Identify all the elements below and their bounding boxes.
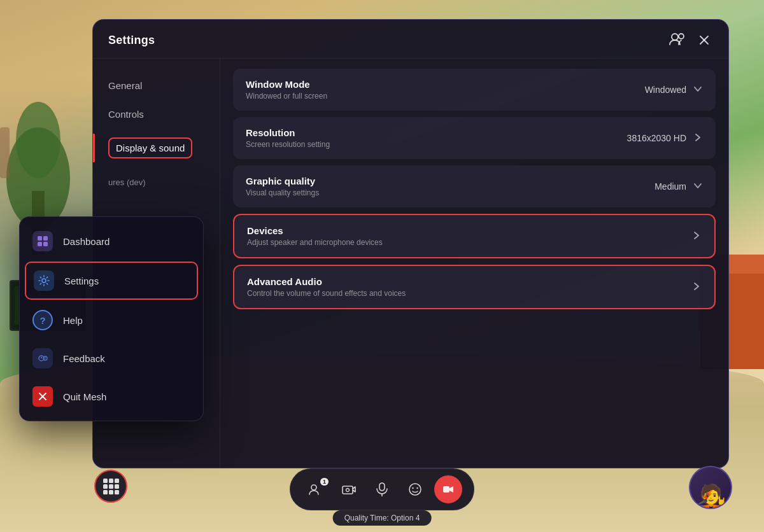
header-actions (668, 31, 713, 49)
toolbar-camera-button[interactable] (335, 475, 363, 503)
settings-icon (34, 270, 54, 291)
toolbar-users-button[interactable]: 1 (302, 475, 330, 503)
settings-header: Settings (93, 20, 728, 59)
svg-rect-3 (0, 127, 10, 178)
setting-row-window-mode[interactable]: Window Mode Windowed or full screen Wind… (233, 69, 716, 111)
chevron-down-icon-wm (693, 84, 703, 96)
floating-menu: Dashboard Settings ? Help Feedback (19, 216, 204, 421)
settings-title: Settings (108, 34, 155, 47)
svg-point-7 (679, 34, 684, 39)
svg-rect-12 (38, 242, 42, 246)
nav-item-general[interactable]: General (93, 71, 220, 100)
svg-point-17 (41, 357, 42, 358)
svg-point-18 (45, 358, 46, 359)
nav-item-dev[interactable]: ures (dev) (93, 167, 220, 196)
avatar[interactable]: 🧑‍🎤 (689, 466, 732, 509)
svg-rect-22 (343, 486, 353, 494)
feedback-icon (32, 348, 53, 368)
grid-dots-icon (103, 479, 119, 494)
dashboard-icon (32, 231, 53, 251)
menu-item-help[interactable]: ? Help (20, 301, 203, 339)
menu-item-settings[interactable]: Settings (25, 262, 198, 300)
settings-content: Window Mode Windowed or full screen Wind… (220, 59, 728, 468)
svg-point-6 (672, 34, 678, 40)
help-icon: ? (32, 310, 53, 330)
nav-item-controls[interactable]: Controls (93, 100, 220, 129)
svg-point-2 (16, 102, 60, 178)
chevron-down-icon-gq (693, 181, 703, 193)
quit-icon (32, 386, 53, 407)
chevron-right-icon-dev (691, 230, 702, 242)
avatar-figure: 🧑‍🎤 (696, 485, 726, 509)
nav-item-display-sound[interactable]: Display & sound (93, 129, 220, 167)
svg-rect-13 (43, 242, 48, 246)
svg-rect-24 (379, 483, 385, 491)
svg-rect-10 (38, 236, 42, 241)
svg-rect-29 (443, 486, 449, 493)
svg-point-28 (416, 487, 418, 489)
setting-row-graphic-quality[interactable]: Graphic quality Visual quality settings … (233, 165, 716, 207)
menu-item-feedback[interactable]: Feedback (20, 339, 203, 377)
svg-point-21 (311, 485, 316, 490)
svg-point-14 (42, 279, 46, 283)
menu-item-dashboard[interactable]: Dashboard (20, 222, 203, 260)
svg-rect-11 (43, 236, 48, 241)
setting-row-advanced-audio[interactable]: Advanced Audio Control the volume of sou… (233, 265, 716, 309)
menu-item-quit[interactable]: Quit Mesh (20, 377, 203, 416)
close-button[interactable] (695, 31, 713, 49)
chevron-right-icon-aa (691, 281, 702, 293)
svg-point-26 (409, 484, 421, 495)
grid-button[interactable] (94, 470, 127, 503)
users-badge: 1 (320, 478, 329, 486)
bottom-toolbar: 1 (290, 468, 474, 510)
svg-point-23 (346, 489, 350, 492)
multiuser-icon[interactable] (668, 32, 686, 49)
toolbar-mic-button[interactable] (368, 475, 396, 503)
toolbar-emoji-button[interactable] (401, 475, 429, 503)
chevron-right-icon-res (693, 132, 703, 144)
status-bar: Quality Time: Option 4 (333, 510, 432, 526)
setting-row-resolution[interactable]: Resolution Screen resolution setting 381… (233, 117, 716, 159)
toolbar-record-button[interactable] (434, 475, 462, 503)
setting-row-devices[interactable]: Devices Adjust speaker and microphone de… (233, 214, 716, 258)
svg-point-27 (412, 487, 413, 489)
